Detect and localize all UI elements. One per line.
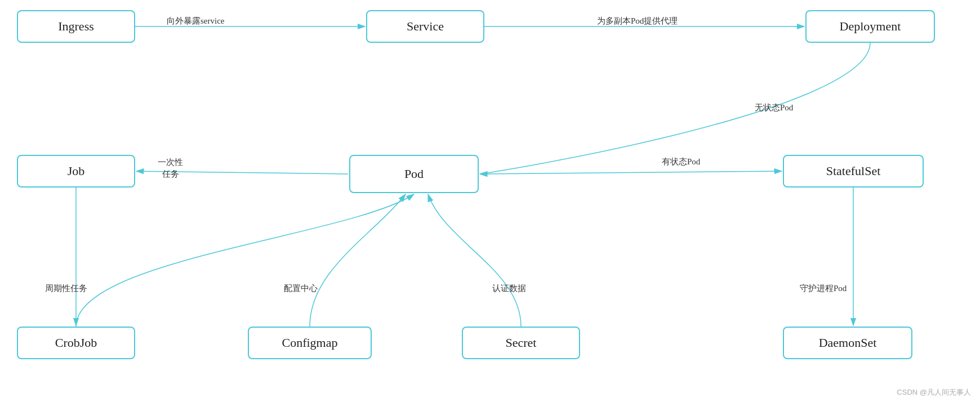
job-label: Job [68,164,85,178]
label-secret-pod: 认证数据 [492,283,526,294]
crobjob-label: CrobJob [55,336,97,350]
ingress-label: Ingress [58,19,94,34]
service-label: Service [407,19,444,34]
deployment-label: Deployment [840,19,901,34]
ingress-node: Ingress [17,10,135,43]
svg-line-5 [480,171,782,174]
statefulset-label: StatefulSet [826,164,881,178]
label-configmap-pod: 配置中心 [284,283,318,294]
diagram-container: Ingress Service Deployment Pod Job State… [0,0,980,402]
statefulset-node: StatefulSet [783,155,924,187]
pod-label: Pod [404,167,424,181]
daemonset-label: DaemonSet [819,336,877,350]
secret-label: Secret [506,336,537,350]
label-statefulset-daemonset: 守护进程Pod [800,283,847,294]
deployment-node: Deployment [805,10,935,43]
label-deployment-pod: 无状态Pod [755,102,793,113]
job-node: Job [17,155,135,187]
crobjob-node: CrobJob [17,327,135,359]
service-node: Service [366,10,484,43]
pod-job-text: 一次性任务 [158,158,183,178]
configmap-label: Configmap [282,336,338,350]
configmap-node: Configmap [248,327,372,359]
label-pod-statefulset: 有状态Pod [662,157,700,167]
pod-node: Pod [349,155,479,193]
label-pod-job: 一次性任务 [158,157,183,180]
label-ingress-service: 向外暴露service [167,16,224,26]
label-crobjob-pod: 周期性任务 [45,283,87,294]
secret-node: Secret [462,327,580,359]
daemonset-node: DaemonSet [783,327,912,359]
label-service-deployment: 为多副本Pod提供代理 [597,16,678,26]
watermark: CSDN @凡人间无事人 [897,387,971,397]
